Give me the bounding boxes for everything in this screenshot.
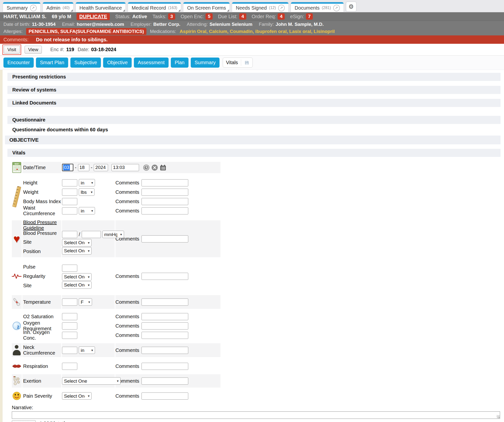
medications-list[interactable]: Aspirin Oral, Calcium, Coumadin, ibuprof…	[180, 29, 335, 34]
medications-label: Medications:	[150, 29, 176, 34]
neck-comments-input[interactable]	[142, 347, 188, 354]
neck-unit-select[interactable]: in	[79, 347, 95, 354]
tab-on-screen-forms[interactable]: On Screen Forms	[183, 2, 230, 12]
resize-grip-icon[interactable]	[497, 415, 500, 418]
o2-saturation-comments-input[interactable]	[142, 313, 188, 320]
encounter-button[interactable]: Encounter	[3, 58, 34, 68]
pulse-regularity-select[interactable]: Select One	[62, 273, 92, 281]
neck-input[interactable]	[62, 347, 77, 354]
time-input[interactable]	[111, 164, 139, 171]
tab-documents[interactable]: Documents (281) ↗	[291, 2, 344, 12]
due-list-count-badge[interactable]: 4	[239, 13, 246, 20]
visit-button[interactable]: Visit	[4, 46, 20, 54]
section-presenting-restrictions[interactable]: Presenting restrictions	[7, 73, 501, 81]
bp-site-select[interactable]: Select One	[62, 239, 92, 246]
tab-summary[interactable]: Summary ↗	[3, 2, 40, 12]
height-input[interactable]	[62, 179, 77, 186]
visit-button-focus-ring: Visit	[2, 45, 21, 55]
pain-severity-label: Pain Severity	[23, 393, 61, 399]
employer-value: Better Corp.	[153, 22, 180, 27]
spell-check-button[interactable]: Spell Check	[12, 420, 36, 422]
pain-row: Pain Severity Select One Comments	[12, 390, 220, 402]
clock-icon[interactable]	[143, 164, 150, 171]
open-enc-count-badge[interactable]: 5	[205, 13, 213, 20]
pulse-comments-input[interactable]	[142, 273, 188, 280]
save-icon[interactable]	[244, 60, 250, 65]
section-objective[interactable]: OBJECTIVE	[5, 136, 501, 144]
weight-comments-input[interactable]	[142, 189, 188, 196]
waist-input[interactable]	[62, 207, 77, 214]
tab-medical-record[interactable]: Medical Record (163)	[128, 2, 181, 12]
bp-systolic-input[interactable]	[62, 231, 77, 238]
date-day-input[interactable]	[78, 164, 89, 171]
bmi-comments-input[interactable]	[142, 198, 188, 205]
section-title: Presenting restrictions	[12, 74, 66, 80]
date-month-input[interactable]: 03	[62, 164, 73, 171]
weight-unit-select[interactable]: lbs	[79, 188, 94, 196]
section-linked-documents[interactable]: Linked Documents	[7, 99, 501, 107]
pain-comments-input[interactable]	[142, 392, 188, 400]
oxygen-requirement-comments-input[interactable]	[142, 322, 188, 330]
section-vitals[interactable]: Vitals	[7, 149, 501, 157]
oxygen-requirement-input[interactable]	[62, 322, 77, 330]
bp-diastolic-input[interactable]	[82, 231, 101, 238]
weight-input[interactable]	[62, 189, 77, 196]
add-dictation-link[interactable]: Add Dictation	[39, 421, 71, 422]
clear-date-icon[interactable]	[151, 164, 158, 171]
summary-button[interactable]: Summary	[191, 58, 220, 68]
respiration-comments-input[interactable]	[142, 363, 188, 370]
waist-comments-input[interactable]	[142, 207, 188, 214]
temperature-input[interactable]	[62, 299, 77, 306]
subjective-button[interactable]: Subjective	[70, 58, 101, 68]
tab-admin[interactable]: Admin (40)	[43, 2, 73, 12]
section-questionnaire[interactable]: Questionnaire	[7, 116, 501, 124]
comments-label: Comments	[115, 189, 139, 195]
settings-button[interactable]: ⚙	[346, 2, 356, 12]
order-req-count-badge[interactable]: 4	[278, 13, 285, 20]
esign-count-badge[interactable]: 7	[306, 13, 313, 20]
comments-label: Comments	[115, 393, 139, 399]
tasks-count-badge[interactable]: 3	[168, 13, 175, 20]
bp-position-select[interactable]: Select One	[62, 247, 92, 255]
weight-label: Weight	[23, 189, 38, 195]
pulse-site-select[interactable]: Select One	[62, 281, 92, 289]
pain-severity-select[interactable]: Select One	[62, 392, 92, 400]
assessment-button[interactable]: Assessment	[134, 58, 169, 68]
view-button[interactable]: View	[25, 46, 42, 54]
waist-unit-select[interactable]: in	[79, 207, 95, 214]
bp-unit-select[interactable]: mmHg	[102, 231, 124, 238]
smart-plan-button[interactable]: Smart Plan	[36, 58, 68, 68]
temperature-unit-select[interactable]: F	[79, 298, 92, 306]
anthro-icon-cell	[12, 178, 22, 215]
inh-oxygen-conc-input[interactable]	[62, 332, 77, 339]
tab-vitals-active[interactable]: Vitals	[223, 58, 253, 68]
comments-label: Comments	[115, 314, 139, 319]
exertion-select[interactable]: Select One	[62, 377, 121, 385]
exertion-row: Exertion Select One Comments	[12, 374, 220, 388]
temperature-comments-input[interactable]	[142, 299, 188, 306]
bp-comments-input[interactable]	[142, 235, 188, 242]
date-year-input[interactable]	[94, 164, 108, 171]
calendar-picker-icon[interactable]	[160, 164, 166, 171]
date-separator: -	[75, 165, 77, 170]
allergies-badge[interactable]: PENICILLINS, SULFA(SULFONAMIDE ANTIBIOTI…	[26, 28, 146, 35]
tab-health-surveillance[interactable]: Health Surveillance	[76, 2, 126, 12]
height-unit-select[interactable]: in	[79, 179, 95, 186]
tasks-label: Tasks:	[153, 14, 167, 19]
exertion-comments-input[interactable]	[142, 377, 188, 385]
exertion-icon-cell	[12, 374, 22, 388]
height-comments-input[interactable]	[142, 179, 188, 186]
vitals-form: MAY Date/Time 03 - -	[12, 162, 220, 402]
o2-saturation-input[interactable]	[62, 313, 77, 320]
bmi-input[interactable]	[62, 198, 77, 205]
inh-oxygen-conc-comments-input[interactable]	[142, 332, 188, 339]
section-review-of-systems[interactable]: Review of systems	[7, 86, 501, 94]
narrative-textarea[interactable]	[12, 411, 500, 419]
objective-button[interactable]: Objective	[103, 58, 131, 68]
bp-slash: /	[79, 232, 80, 237]
comments-label: Comments	[115, 363, 139, 369]
pulse-input[interactable]	[62, 265, 77, 272]
plan-button[interactable]: Plan	[171, 58, 189, 68]
tab-needs-signed[interactable]: Needs Signed (12) ↗	[232, 2, 288, 12]
respiration-input[interactable]	[62, 363, 77, 370]
